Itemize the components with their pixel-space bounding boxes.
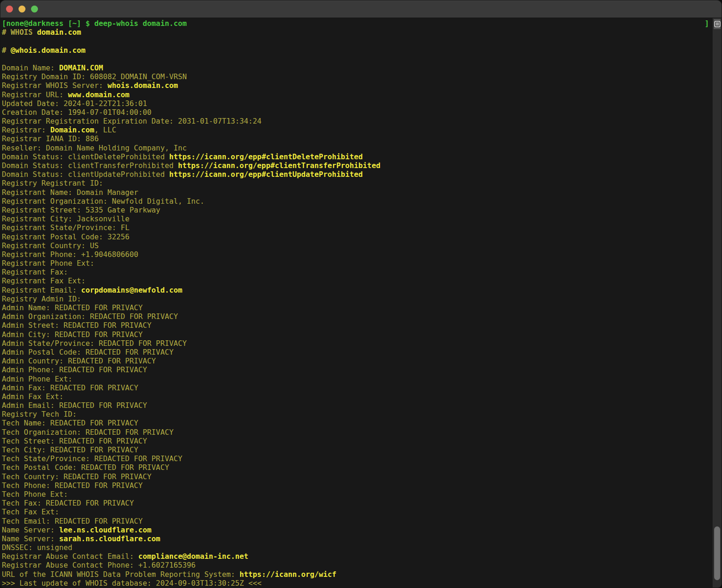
terminal-line: Tech Phone: REDACTED FOR PRIVACY	[2, 481, 712, 490]
terminal-window: [none@darkness [~] $ deep-whois domain.c…	[0, 0, 722, 588]
terminal-text-segment: https://icann.org/wicf	[240, 570, 336, 579]
terminal-text-segment: Registry Tech ID:	[2, 410, 77, 419]
terminal-line: Registry Domain ID: 608082_DOMAIN_COM-VR…	[2, 72, 712, 81]
terminal-line: Domain Status: clientUpdateProhibited ht…	[2, 170, 712, 179]
right-prompt-bracket: ]	[704, 19, 709, 28]
terminal-text-segment: Tech Phone Ext:	[2, 490, 68, 499]
terminal-text-segment: lee.ns.cloudflare.com	[59, 525, 152, 534]
lines-box-icon	[714, 21, 721, 27]
terminal-line: DNSSEC: unsigned	[2, 543, 712, 552]
terminal-line: Registrant Postal Code: 32256	[2, 232, 712, 241]
terminal-text-segment: https://icann.org/epp#clientTransferProh…	[178, 161, 380, 170]
terminal-text-segment: Reseller: Domain Name Holding Company, I…	[2, 144, 187, 152]
terminal-line: [none@darkness [~] $ deep-whois domain.c…	[2, 19, 712, 28]
terminal-line: Registrar WHOIS Server: whois.domain.com	[2, 81, 712, 90]
terminal-text-segment: Domain Status: clientDeleteProhibited	[2, 152, 169, 161]
terminal-line: Tech Organization: REDACTED FOR PRIVACY	[2, 428, 712, 437]
terminal-text-segment: Name Server:	[2, 525, 59, 534]
terminal-line: Tech Country: REDACTED FOR PRIVACY	[2, 472, 712, 481]
terminal-line: Registrar IANA ID: 886	[2, 134, 712, 143]
scrollbar-top-button[interactable]	[713, 19, 721, 30]
scrollbar-thumb[interactable]	[714, 526, 720, 580]
terminal-line: Admin Name: REDACTED FOR PRIVACY	[2, 303, 712, 312]
terminal-text-segment: Registrar Registration Expiration Date: …	[2, 117, 261, 125]
terminal-text-segment: domain.com	[37, 28, 81, 37]
terminal-text-segment: Domain Status: clientTransferProhibited	[2, 161, 178, 170]
terminal-text-segment: , LLC	[94, 125, 117, 134]
terminal-text-segment: Tech Postal Code: REDACTED FOR PRIVACY	[2, 463, 169, 472]
terminal-line: Name Server: lee.ns.cloudflare.com	[2, 525, 712, 534]
terminal-line: Reseller: Domain Name Holding Company, I…	[2, 144, 712, 152]
terminal-text-segment: Admin Phone: REDACTED FOR PRIVACY	[2, 365, 147, 374]
terminal-text-segment: @whois.domain.com	[11, 46, 86, 55]
terminal-text-segment: Registrant Name: Domain Manager	[2, 188, 138, 197]
terminal-text-segment: Registrar Abuse Contact Phone: +1.602716…	[2, 561, 195, 569]
terminal-text-segment: Tech Fax: REDACTED FOR PRIVACY	[2, 499, 134, 507]
terminal-line: Admin Fax: REDACTED FOR PRIVACY	[2, 383, 712, 392]
terminal-text-segment: Registrar WHOIS Server:	[2, 81, 107, 90]
terminal-text-segment: Registrar URL:	[2, 90, 68, 99]
terminal-text-segment: Tech Phone: REDACTED FOR PRIVACY	[2, 481, 143, 490]
terminal-line: Registrar Abuse Contact Email: complianc…	[2, 552, 712, 561]
terminal-line: Registrant State/Province: FL	[2, 223, 712, 232]
terminal-line: Domain Status: clientDeleteProhibited ht…	[2, 152, 712, 161]
terminal-text-segment: Registry Admin ID:	[2, 294, 81, 303]
minimize-button[interactable]	[19, 6, 25, 13]
terminal-line: Admin Phone: REDACTED FOR PRIVACY	[2, 365, 712, 374]
terminal-line: Updated Date: 2024-01-22T21:36:01	[2, 99, 712, 108]
terminal-text-segment: Registrar Abuse Contact Email:	[2, 552, 138, 561]
terminal-text-segment: DNSSEC: unsigned	[2, 543, 72, 552]
terminal-text-segment: Admin City: REDACTED FOR PRIVACY	[2, 330, 143, 339]
zoom-button[interactable]	[31, 6, 38, 13]
terminal-text-segment: Registrant Email:	[2, 286, 81, 294]
terminal-text-segment: Registry Registrant ID:	[2, 179, 103, 188]
terminal-text-segment: #	[2, 46, 11, 55]
terminal-line: Tech Street: REDACTED FOR PRIVACY	[2, 437, 712, 445]
terminal-output[interactable]: [none@darkness [~] $ deep-whois domain.c…	[0, 18, 712, 588]
terminal-text-segment: https://icann.org/epp#clientDeleteProhib…	[169, 152, 362, 161]
terminal-line: Creation Date: 1994-07-01T04:00:00	[2, 108, 712, 117]
close-button[interactable]	[6, 6, 13, 13]
terminal-text-segment: Registrar:	[2, 125, 50, 134]
terminal-line: Registrant Name: Domain Manager	[2, 188, 712, 197]
terminal-line: Tech State/Province: REDACTED FOR PRIVAC…	[2, 454, 712, 463]
terminal-line: Registrant Email: corpdomains@newfold.co…	[2, 286, 712, 294]
terminal-text-segment: Admin Email: REDACTED FOR PRIVACY	[2, 401, 147, 410]
terminal-text-segment: Updated Date: 2024-01-22T21:36:01	[2, 99, 147, 108]
window-titlebar[interactable]	[0, 0, 722, 18]
terminal-text-segment: Domain.com	[50, 125, 94, 134]
terminal-text-segment: Tech Fax Ext:	[2, 507, 59, 516]
terminal-text-segment: Tech Name: REDACTED FOR PRIVACY	[2, 419, 138, 427]
terminal-line: Tech Email: REDACTED FOR PRIVACY	[2, 517, 712, 525]
terminal-line	[2, 55, 712, 63]
terminal-line: Registrar URL: www.domain.com	[2, 90, 712, 99]
terminal-text-segment: DOMAIN.COM	[59, 63, 103, 72]
terminal-text-segment: Tech Organization: REDACTED FOR PRIVACY	[2, 428, 174, 437]
terminal-text-segment: Tech Street: REDACTED FOR PRIVACY	[2, 437, 147, 445]
terminal-line: Tech Name: REDACTED FOR PRIVACY	[2, 419, 712, 427]
terminal-line: Admin Street: REDACTED FOR PRIVACY	[2, 321, 712, 330]
terminal-text-segment: www.domain.com	[68, 90, 130, 99]
terminal-line: Admin State/Province: REDACTED FOR PRIVA…	[2, 339, 712, 348]
terminal-text-segment: Admin Name: REDACTED FOR PRIVACY	[2, 303, 143, 312]
terminal-line: Registrar Abuse Contact Phone: +1.602716…	[2, 561, 712, 569]
terminal-text-segment: https://icann.org/epp#clientUpdateProhib…	[169, 170, 362, 179]
terminal-text-segment: >>> Last update of WHOIS database: 2024-…	[2, 579, 261, 588]
terminal-text-segment: Admin Country: REDACTED FOR PRIVACY	[2, 357, 156, 365]
terminal-text-segment: Admin Fax: REDACTED FOR PRIVACY	[2, 383, 138, 392]
terminal-text-segment: Admin Postal Code: REDACTED FOR PRIVACY	[2, 348, 174, 357]
terminal-text-segment: whois.domain.com	[107, 81, 178, 90]
terminal-text-segment: Admin Phone Ext:	[2, 375, 72, 383]
terminal-line: Registrant Fax:	[2, 268, 712, 276]
terminal-text-segment: Registrant Fax Ext:	[2, 276, 86, 285]
terminal-line: Admin City: REDACTED FOR PRIVACY	[2, 330, 712, 339]
terminal-text-segment: Registrant Street: 5335 Gate Parkway	[2, 206, 160, 214]
terminal-text-segment: compliance@domain-inc.net	[138, 552, 249, 561]
terminal-text-segment: Registrant Postal Code: 32256	[2, 232, 130, 241]
terminal-line: Registry Tech ID:	[2, 410, 712, 419]
terminal-line: Tech Fax Ext:	[2, 507, 712, 516]
terminal-line: Admin Phone Ext:	[2, 375, 712, 383]
terminal-line: Registrar: Domain.com, LLC	[2, 125, 712, 134]
terminal-line: Registry Admin ID:	[2, 294, 712, 303]
scrollbar[interactable]	[712, 18, 722, 588]
